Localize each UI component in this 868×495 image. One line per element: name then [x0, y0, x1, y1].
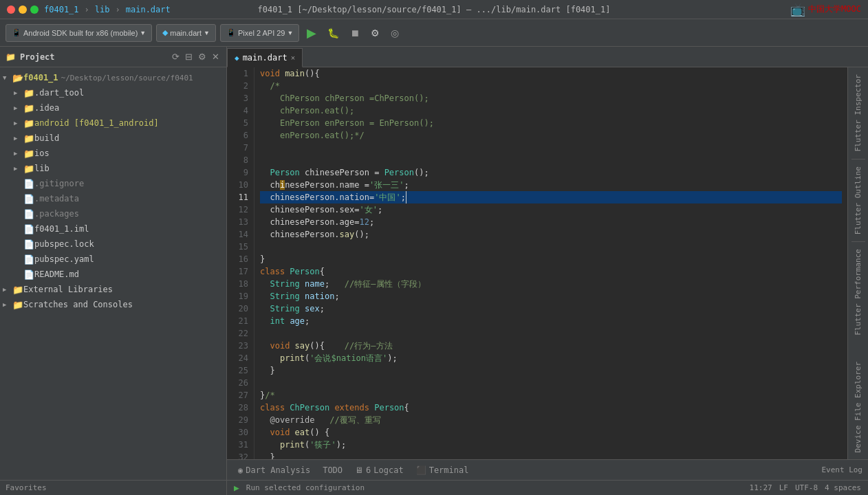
tree-item-gitignore[interactable]: ▶ 📄 .gitignore [0, 176, 226, 191]
breadcrumb-lib[interactable]: lib [95, 5, 110, 14]
bottom-tab-bar: ◉ Dart Analysis TODO 🖥 6 Logcat ⬛ Termin… [227, 459, 868, 480]
tree-item-external-libs[interactable]: ▶ 📁 External Libraries [0, 282, 226, 297]
device-selector[interactable]: 📱 Pixel 2 API 29 ▼ [220, 24, 299, 42]
tree-item-ios[interactable]: ▶ 📁 ios [0, 146, 226, 161]
code-line-17: class Person{ [260, 265, 842, 278]
encoding[interactable]: UTF-8 [795, 483, 818, 492]
code-content[interactable]: void main(){ /* ChPerson chPerson =ChPer… [254, 67, 847, 459]
code-line-21: int age; [260, 315, 842, 327]
line-ending[interactable]: LF [779, 483, 788, 492]
tab-todo[interactable]: TODO [317, 462, 348, 478]
folder-icon-ext-libs: 📁 [12, 285, 23, 295]
status-bar: ▶ Run selected configuration 11:27 LF UT… [227, 480, 868, 495]
code-line-8 [260, 154, 842, 166]
tree-item-pubspec-lock[interactable]: ▶ 📄 pubspec.lock [0, 236, 226, 252]
code-line-5: EnPerson enPerson = EnPerson(); [260, 117, 842, 129]
code-line-4: chPerson.eat(); [260, 104, 842, 117]
dart-tab-icon: ◆ [235, 54, 239, 63]
tree-item-lib[interactable]: ▶ 📁 lib [0, 161, 226, 176]
tree-item-scratches[interactable]: ▶ 📁 Scratches and Consoles [0, 297, 226, 312]
code-line-28: class ChPerson extends Person{ [260, 402, 842, 414]
sdk-selector[interactable]: 📱 Android SDK built for x86 (mobile) ▼ [6, 24, 152, 42]
code-line-26 [260, 377, 842, 389]
flutter-outline-label[interactable]: Flutter Outline [854, 162, 862, 239]
tree-item-iml[interactable]: ▶ 📄 f0401_1.iml [0, 221, 226, 236]
code-line-10: chinesePerson.name ='张一三'; [260, 179, 842, 191]
right-panel: Flutter Inspector Flutter Outline Flutte… [847, 67, 868, 459]
breadcrumb-file[interactable]: main.dart [126, 5, 171, 14]
tree-item-pubspec-yaml[interactable]: ▶ 📄 pubspec.yaml [0, 252, 226, 267]
tree-label-dart-tool: .dart_tool [34, 88, 84, 98]
file-icon-packages: 📄 [23, 209, 34, 219]
tree-item-readme[interactable]: ▶ 📄 README.md [0, 267, 226, 282]
folder-icon: 📂 [12, 73, 23, 83]
code-line-32: } [260, 451, 842, 459]
event-log-link[interactable]: Event Log [821, 465, 862, 474]
tree-label-metadata: .metadata [34, 194, 79, 204]
settings-sidebar-button[interactable]: ⚙ [197, 50, 208, 63]
tree-label-idea: .idea [34, 103, 59, 113]
tree-item-metadata[interactable]: ▶ 📄 .metadata [0, 191, 226, 206]
code-line-16: } [260, 253, 842, 265]
flutter-inspector-label[interactable]: Flutter Inspector [854, 70, 862, 156]
code-line-29: @override //覆写、重写 [260, 414, 842, 426]
tree-item-dart-tool[interactable]: ▶ 📁 .dart_tool [0, 85, 226, 100]
line-numbers: 1 2 3 4 5 6 7 8 9 10 11 12 13 14 [227, 67, 254, 459]
tab-logcat[interactable]: 🖥 6 Logcat [349, 462, 409, 478]
folder-icon-build: 📁 [23, 133, 34, 144]
breadcrumb-project[interactable]: f0401_1 [44, 5, 79, 14]
attach-debugger-button[interactable]: 🐛 [324, 24, 343, 42]
tree-label-scratches: Scratches and Consoles [23, 300, 133, 309]
code-line-23: void say(){ //行为—方法 [260, 340, 842, 352]
project-sidebar: 📁 Project ⟳ ⊟ ⚙ ✕ ▼ 📂 f0401_1 ~/Desktop/… [0, 47, 227, 495]
tree-label-lib: lib [34, 164, 50, 173]
run-icon: ▶ [234, 483, 239, 493]
code-line-7 [260, 142, 842, 154]
coverage-button[interactable]: ◎ [387, 24, 402, 42]
tab-main-dart[interactable]: ◆ main.dart × [227, 48, 303, 67]
close-sidebar-button[interactable]: ✕ [210, 50, 221, 63]
tree-label-ext-libs: External Libraries [23, 285, 113, 294]
cursor-position[interactable]: 11:27 [750, 483, 772, 492]
tree-item-build[interactable]: ▶ 📁 build [0, 131, 226, 146]
favorites-label[interactable]: Favorites [6, 483, 47, 492]
code-line-27: }/* [260, 389, 842, 402]
tab-close-button[interactable]: × [291, 54, 295, 62]
tree-arrow-ios: ▶ [14, 150, 23, 157]
code-line-19: String nation; [260, 290, 842, 302]
tree-arrow: ▼ [3, 74, 12, 81]
code-line-14: chinesePerson.say(); [260, 228, 842, 241]
code-line-15 [260, 241, 842, 253]
device-file-explorer-label[interactable]: Device File Explorer [854, 358, 862, 456]
minimize-button[interactable] [19, 6, 27, 14]
stop-button[interactable]: ⏹ [347, 24, 363, 42]
code-line-11: chinesePerson.nation='中国'; [260, 191, 842, 204]
run-button[interactable]: ▶ [303, 24, 320, 42]
settings-button[interactable]: ⚙ [367, 24, 383, 42]
title-bar: f0401_1 › lib › main.dart f0401_1 [~/Des… [0, 0, 868, 19]
tree-item-packages[interactable]: ▶ 📄 .packages [0, 206, 226, 221]
tree-label-pubspec-yaml: pubspec.yaml [34, 254, 94, 264]
tree-label-ios: ios [34, 148, 50, 158]
tree-arrow-ext-libs: ▶ [3, 286, 12, 293]
code-line-1: void main(){ [260, 67, 842, 80]
collapse-all-button[interactable]: ⊟ [184, 50, 194, 63]
tree-item-idea[interactable]: ▶ 📁 .idea [0, 100, 226, 116]
code-line-18: String name; //特征—属性（字段） [260, 278, 842, 290]
tab-bar: ◆ main.dart × [227, 47, 868, 67]
file-icon-iml: 📄 [23, 224, 34, 234]
tab-terminal[interactable]: ⬛ Terminal [411, 462, 475, 478]
code-editor[interactable]: 1 2 3 4 5 6 7 8 9 10 11 12 13 14 [227, 67, 847, 459]
close-button[interactable] [7, 6, 15, 14]
sidebar-header: 📁 Project ⟳ ⊟ ⚙ ✕ [0, 47, 226, 67]
code-line-2: /* [260, 80, 842, 92]
maximize-button[interactable] [30, 6, 39, 14]
sync-button[interactable]: ⟳ [171, 50, 181, 63]
tree-item-android[interactable]: ▶ 📁 android [f0401_1_android] [0, 116, 226, 131]
tree-item-root[interactable]: ▼ 📂 f0401_1 ~/Desktop/lesson/source/f040… [0, 70, 226, 85]
tab-dart-analysis[interactable]: ◉ Dart Analysis [232, 462, 316, 478]
config-selector[interactable]: ◆ main.dart ▼ [156, 24, 216, 42]
tree-label-android: android [f0401_1_android] [34, 118, 159, 128]
folder-icon-scratches: 📁 [12, 300, 23, 310]
flutter-performance-label[interactable]: Flutter Performance [854, 245, 862, 340]
